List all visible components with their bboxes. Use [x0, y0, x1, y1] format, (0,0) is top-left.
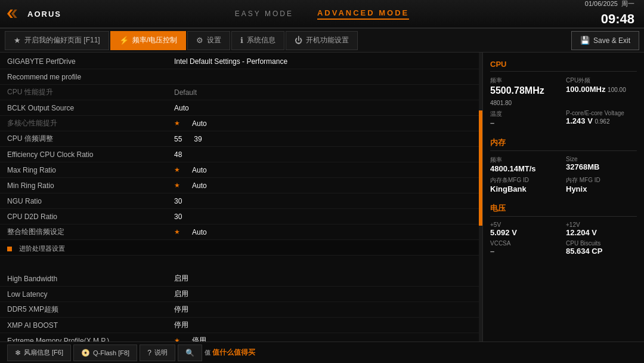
- info-volt-grid: +5V 5.092 V +12V 12.204 V VCCSA – CPU Bi…: [490, 222, 637, 256]
- mem-size-label: Size: [566, 156, 637, 162]
- row-low-latency[interactable]: Low Latency 启用: [0, 287, 482, 302]
- row-d2d-ratio[interactable]: CPU D2D Ratio 30: [0, 209, 482, 224]
- info-volt-section: 电压 +5V 5.092 V +12V 12.204 V VCCSA – CPU…: [490, 203, 637, 256]
- mem-mfg-value: KingBank: [490, 184, 561, 194]
- mem-freq-col: 频率 4800.14MT/s: [490, 156, 561, 174]
- row-cpu-ratio[interactable]: CPU 倍频调整 55 39: [0, 131, 482, 147]
- mem-mfg2-value: Hynix: [566, 184, 637, 194]
- footer-help-btn[interactable]: ? 说明: [140, 344, 175, 361]
- cpu-volt-label: P-core/E-core Voltage: [566, 110, 637, 116]
- cpu-temp-col: 温度 –: [490, 110, 561, 128]
- freq-icon: ⚡: [119, 36, 129, 45]
- scrollbar[interactable]: [479, 53, 482, 342]
- v5-value: 5.092 V: [490, 228, 561, 238]
- footer-brand: 值 值什么值得买: [205, 347, 255, 358]
- advanced-mode-btn[interactable]: ADVANCED MODE: [317, 8, 409, 20]
- qflash-icon: 📀: [81, 349, 90, 357]
- row-bclk[interactable]: BCLK Output Source Auto: [0, 100, 482, 116]
- tab-favorites[interactable]: ★ 开启我的偏好页面 [F11]: [5, 31, 109, 50]
- logo-text: AORUS: [27, 10, 61, 19]
- info-cpu-title: CPU: [490, 60, 637, 72]
- cpu-volt-value: 1.243 V 0.962: [566, 116, 637, 126]
- tab-sysinfo[interactable]: ℹ 系统信息: [231, 31, 284, 50]
- search-icon: 🔍: [185, 349, 194, 357]
- row-multicore[interactable]: 多核心性能提升 ★Auto: [0, 116, 482, 131]
- gear-icon: ⚙: [196, 36, 203, 45]
- mem-mfg-col: 内存条MFG ID KingBank: [490, 176, 561, 194]
- row-ddr5-xmp[interactable]: DDR5 XMP超频 停用: [0, 302, 482, 318]
- tab-save[interactable]: 💾 Save & Exit: [571, 31, 639, 50]
- header: AORUS EASY MODE ADVANCED MODE 01/06/2025…: [0, 0, 644, 29]
- cpu-freq-col: 频率 5500.78MHz 4801.80: [490, 76, 561, 107]
- cpu-ext-freq-value: 100.00MHz 100.00: [566, 85, 637, 94]
- nav-tabs: ★ 开启我的偏好页面 [F11] ⚡ 频率/电压控制 ⚙ 设置 ℹ 系统信息 ⏻…: [0, 29, 644, 53]
- mode-area: EASY MODE ADVANCED MODE: [95, 8, 549, 20]
- cpu-volt-col: P-core/E-core Voltage 1.243 V 0.962: [566, 110, 637, 128]
- cpu-ext-freq-label: CPU外频: [566, 76, 637, 85]
- scroll-thumb: [479, 110, 482, 226]
- row-cpu-perf[interactable]: CPU 性能提升 Default: [0, 85, 482, 100]
- biscuits-label: CPU Biscuits: [566, 240, 637, 247]
- cpu-temp-value: –: [490, 118, 561, 128]
- biscuits-col: CPU Biscuits 85.634 CP: [566, 240, 637, 256]
- row-ngu-ratio[interactable]: NGU Ratio 30: [0, 193, 482, 209]
- settings-panel[interactable]: GIGABYTE PerfDrive Intel Default Setting…: [0, 53, 483, 342]
- cpu-freq-value: 5500.78MHz 4801.80: [490, 85, 561, 107]
- vccsa-col: VCCSA –: [490, 240, 561, 256]
- aorus-logo-icon: [7, 8, 24, 20]
- v5-col: +5V 5.092 V: [490, 222, 561, 238]
- v5-label: +5V: [490, 222, 561, 228]
- easy-mode-btn[interactable]: EASY MODE: [235, 10, 293, 18]
- info-panel: CPU 频率 5500.78MHz 4801.80 CPU外频 100.00MH…: [483, 53, 644, 342]
- cpu-freq-label: 频率: [490, 76, 561, 85]
- footer-search-btn[interactable]: 🔍: [178, 344, 202, 361]
- v12-col: +12V 12.204 V: [566, 222, 637, 238]
- footer-qflash-btn[interactable]: 📀 Q-Flash [F8]: [73, 344, 137, 361]
- row-recommend-profile[interactable]: Recommend me profile: [0, 69, 482, 85]
- info-cpu-section: CPU 频率 5500.78MHz 4801.80 CPU外频 100.00MH…: [490, 60, 637, 128]
- save-icon: 💾: [580, 36, 590, 45]
- info-volt-title: 电压: [490, 203, 637, 217]
- row-high-bw[interactable]: High Bandwidth 启用: [0, 271, 482, 287]
- logo-area: AORUS: [0, 8, 95, 20]
- row-eff-clock[interactable]: Efficiency CPU Clock Ratio 48: [0, 147, 482, 162]
- datetime-area: 01/06/2025 周一 09:48: [549, 0, 644, 29]
- v12-value: 12.204 V: [566, 228, 637, 238]
- time-text: 09:48: [549, 9, 634, 29]
- row-spacer1: [0, 256, 482, 271]
- cpu-temp-label: 温度: [490, 110, 561, 118]
- section-marker: [7, 247, 12, 251]
- mem-freq-label: 频率: [490, 156, 561, 164]
- tab-freq[interactable]: ⚡ 频率/电压控制: [110, 31, 186, 50]
- row-min-ring[interactable]: Min Ring Ratio ★Auto: [0, 178, 482, 193]
- row-igpu-ratio[interactable]: 整合绘图倍频设定 ★Auto: [0, 224, 482, 240]
- info-cpu-grid: 频率 5500.78MHz 4801.80 CPU外频 100.00MHz 10…: [490, 76, 637, 128]
- svg-marker-1: [11, 10, 17, 18]
- date-text: 01/06/2025 周一: [549, 0, 634, 9]
- vccsa-label: VCCSA: [490, 240, 561, 247]
- power-icon: ⏻: [295, 36, 302, 45]
- row-xmp-ai[interactable]: XMP AI BOOST 停用: [0, 318, 482, 333]
- footer-fan-btn[interactable]: ❄ 风扇信息 [F6]: [7, 344, 71, 361]
- star-icon: ★: [14, 36, 21, 45]
- mem-size-col: Size 32768MB: [566, 156, 637, 174]
- cpu-ext-freq-col: CPU外频 100.00MHz 100.00: [566, 76, 637, 107]
- biscuits-value: 85.634 CP: [566, 247, 637, 256]
- row-gigabyte-perfdrive[interactable]: GIGABYTE PerfDrive Intel Default Setting…: [0, 54, 482, 69]
- mem-freq-value: 4800.14MT/s: [490, 164, 561, 174]
- info-icon: ℹ: [240, 36, 243, 45]
- mem-size-value: 32768MB: [566, 162, 637, 172]
- main-content: GIGABYTE PerfDrive Intel Default Setting…: [0, 53, 644, 342]
- tab-settings[interactable]: ⚙ 设置: [187, 31, 230, 50]
- tab-power[interactable]: ⏻ 开机功能设置: [286, 31, 358, 50]
- info-mem-grid: 频率 4800.14MT/s Size 32768MB 内存条MFG ID Ki…: [490, 156, 637, 193]
- row-max-ring[interactable]: Max Ring Ratio ★Auto: [0, 162, 482, 178]
- info-mem-title: 内存: [490, 137, 637, 151]
- footer: ❄ 风扇信息 [F6] 📀 Q-Flash [F8] ? 说明 🔍 值 值什么值…: [0, 342, 644, 363]
- section-advanced-cpu: 进阶处理器设置: [0, 240, 482, 256]
- help-icon: ?: [147, 349, 151, 357]
- vccsa-value: –: [490, 247, 561, 256]
- info-mem-section: 内存 频率 4800.14MT/s Size 32768MB 内存条MFG ID…: [490, 137, 637, 193]
- mem-mfg2-col: 内存 MFG ID Hynix: [566, 176, 637, 194]
- row-xmp[interactable]: Extreme Memory Profile(X.M.P.) ★停用: [0, 333, 482, 342]
